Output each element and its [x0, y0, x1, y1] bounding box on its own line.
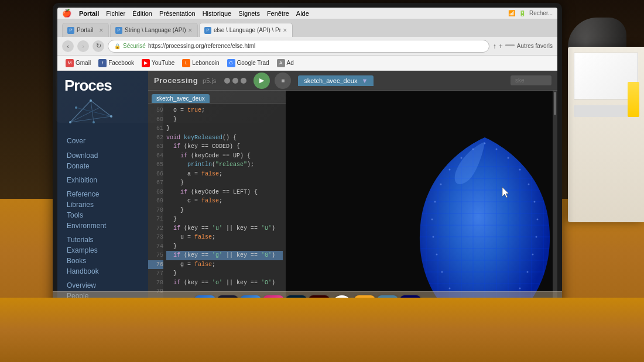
processing-logo-geo	[64, 96, 117, 128]
code-editor-panel: sketch_avec_deux 59 60 61 62	[148, 91, 286, 300]
nav-examples[interactable]: Examples	[57, 245, 148, 256]
menu-aide[interactable]: Aide	[293, 10, 312, 17]
processing-nav: Cover Download Donate Exhibition	[57, 133, 148, 313]
code-line-59: o = true;	[166, 106, 283, 115]
svg-point-54	[441, 271, 443, 273]
tab-else-api[interactable]: P else \ Language (API) \ Proce... ✕	[199, 23, 293, 37]
code-line-74: u = false;	[166, 233, 283, 242]
bookmark-youtube[interactable]: ▶ YouTube	[138, 58, 178, 68]
menu-fenetre[interactable]: Fenêtre	[264, 10, 292, 17]
tab-portail-label: Portail	[77, 27, 97, 33]
add-bookmark-icon[interactable]: +	[499, 42, 503, 50]
reload-button[interactable]: ↻	[93, 40, 104, 52]
autres-favoris-label[interactable]: Autres favoris	[517, 43, 553, 49]
tab-string-label: String \ Language (API) \ Proc...	[125, 27, 186, 33]
url-field[interactable]: 🔒 Sécurisé https://processing.org/refere…	[108, 40, 489, 53]
code-line-65: if (keyCode == UP) {	[166, 151, 283, 161]
apple-menu[interactable]: 🍎	[62, 9, 71, 18]
menu-edition[interactable]: Édition	[129, 10, 155, 17]
tab-string-api[interactable]: P String \ Language (API) \ Proc... ✕	[110, 23, 198, 37]
bookmark-google-trad[interactable]: G Google Trad	[224, 58, 273, 68]
play-button[interactable]: ▶	[254, 73, 270, 89]
tab-string-close[interactable]: ✕	[188, 27, 193, 33]
svg-point-10	[75, 106, 77, 109]
code-line-75: }	[166, 242, 283, 251]
share-icon[interactable]: ↑	[493, 42, 496, 50]
macos-menubar: 🍎 Portail Fichier Édition Présentation H…	[57, 8, 557, 19]
menu-portail[interactable]: Portail	[76, 10, 102, 17]
battery-icon: 🔋	[519, 10, 526, 16]
menu-fichier[interactable]: Fichier	[103, 10, 128, 17]
forward-button[interactable]: ›	[77, 40, 89, 52]
svg-point-52	[436, 254, 438, 256]
processing-logo[interactable]: Proces	[64, 77, 141, 95]
lock-icon: 🔒	[114, 43, 121, 49]
svg-point-53	[532, 254, 534, 256]
right-monitor	[568, 47, 644, 222]
nav-environment[interactable]: Environment	[57, 220, 148, 231]
svg-point-44	[440, 184, 442, 185]
bookmarks-bar: M Gmail f Facebook ▶ YouTube L Leboncoin…	[57, 56, 557, 71]
time-display: Recher...	[529, 10, 553, 16]
bookmark-ad-label: Ad	[287, 60, 294, 66]
ide-processing-label: Processing	[154, 76, 198, 85]
ide-scrollbar[interactable]	[553, 91, 557, 300]
svg-point-9	[93, 121, 95, 123]
svg-point-8	[110, 115, 112, 118]
svg-point-51	[536, 236, 537, 238]
code-tab-active[interactable]: sketch_avec_deux	[152, 94, 210, 103]
code-line-63: void keyReleased() {	[166, 133, 283, 143]
nav-donate[interactable]: Donate	[57, 161, 148, 171]
nav-download[interactable]: Download	[57, 150, 148, 161]
secure-label: Sécurisé	[123, 43, 146, 49]
window-dots	[224, 78, 246, 84]
nav-overview[interactable]: Overview	[57, 280, 148, 291]
ide-search-input[interactable]	[511, 75, 551, 85]
bookmark-googletrad-label: Google Trad	[237, 60, 269, 66]
dot-1	[224, 78, 230, 84]
code-line-79: if (key == 'o' || key == 'O')	[166, 278, 283, 288]
sketch-name-tab: sketch_avec_deux ▼	[298, 75, 374, 86]
nav-cover[interactable]: Cover	[57, 135, 148, 147]
nav-libraries[interactable]: Libraries	[57, 199, 148, 210]
bookmark-youtube-label: YouTube	[152, 60, 174, 66]
bookmark-facebook-label: Facebook	[108, 60, 134, 66]
bookmark-gmail[interactable]: M Gmail	[62, 58, 94, 68]
code-tab-bar: sketch_avec_deux	[148, 91, 286, 104]
tab-portail[interactable]: P Portail ✕	[62, 23, 109, 37]
code-content[interactable]: o = true; } } void keyReleased() { if (k…	[163, 104, 286, 300]
svg-point-41	[508, 157, 509, 159]
svg-point-57	[519, 288, 521, 289]
menu-signets[interactable]: Signets	[235, 10, 263, 17]
code-line-73: if (key == 'u' || key == 'U')	[166, 224, 283, 233]
url-text: https://processing.org/reference/else.ht…	[148, 43, 255, 49]
tab-else-close[interactable]: ✕	[283, 27, 287, 33]
nav-books[interactable]: Books	[57, 256, 148, 266]
code-line-69: if (keyCode == LEFT) {	[166, 188, 283, 197]
dot-2	[232, 78, 238, 84]
svg-point-48	[431, 219, 433, 220]
svg-point-39	[496, 149, 498, 150]
ide-p5-label: p5.js	[203, 77, 216, 84]
svg-point-42	[449, 169, 451, 171]
tab-portail-close[interactable]: ✕	[99, 27, 104, 33]
nav-tools[interactable]: Tools	[57, 210, 148, 220]
nav-reference[interactable]: Reference	[57, 189, 148, 199]
tab-else-label: else \ Language (API) \ Proce...	[214, 27, 280, 33]
bookmark-leboncoin[interactable]: L Leboncoin	[179, 58, 222, 68]
stop-button[interactable]: ■	[275, 73, 291, 89]
nav-handbook[interactable]: Handbook	[57, 266, 148, 277]
menu-historique[interactable]: Historique	[200, 10, 235, 17]
nav-tutorials[interactable]: Tutorials	[57, 235, 148, 245]
back-button[interactable]: ‹	[62, 40, 74, 52]
code-line-66: println("release");	[166, 160, 283, 170]
dot-3	[241, 78, 246, 84]
code-line-64: if (key == CODED) {	[166, 142, 283, 151]
bookmark-facebook[interactable]: f Facebook	[95, 58, 138, 68]
bookmark-gmail-label: Gmail	[76, 60, 91, 66]
menu-presentation[interactable]: Présentation	[156, 10, 198, 17]
code-line-70: c = false;	[166, 196, 283, 206]
bookmark-ad[interactable]: A Ad	[273, 58, 297, 68]
nav-exhibition[interactable]: Exhibition	[57, 175, 148, 185]
code-line-68: }	[166, 178, 283, 188]
